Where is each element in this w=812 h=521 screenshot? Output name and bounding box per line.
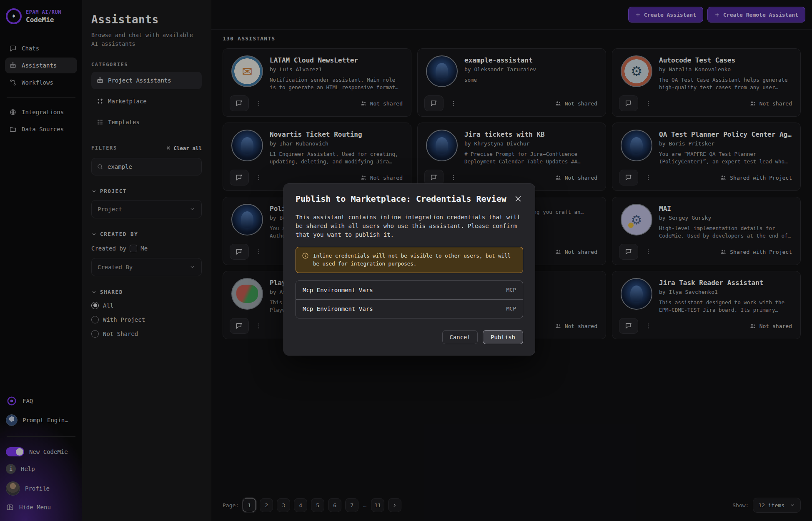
credential-row: Mcp Environment Vars MCP	[296, 299, 523, 318]
credential-row: Mcp Environment Vars MCP	[296, 281, 523, 300]
credential-name: Mcp Environment Vars	[303, 287, 373, 293]
publish-credentials-modal: Publish to Marketplace: Credentials Revi…	[283, 183, 535, 356]
warning-text: Inline credentials will not be visible t…	[313, 252, 517, 268]
credential-name: Mcp Environment Vars	[303, 306, 373, 312]
app-window: EPAM AI/RUN CodeMie Chats Assistants Wor…	[0, 0, 812, 521]
close-icon	[514, 195, 522, 203]
modal-title: Publish to Marketplace: Credentials Revi…	[296, 194, 506, 204]
credential-type-badge: MCP	[506, 287, 516, 293]
cancel-button[interactable]: Cancel	[442, 330, 478, 344]
modal-body-text: This assistant contains inline integrati…	[296, 213, 523, 239]
close-modal-button[interactable]	[513, 194, 523, 204]
publish-button[interactable]: Publish	[483, 330, 523, 344]
credential-type-badge: MCP	[506, 306, 516, 312]
inline-credentials-warning: Inline credentials will not be visible t…	[296, 247, 523, 273]
info-icon	[302, 252, 309, 268]
